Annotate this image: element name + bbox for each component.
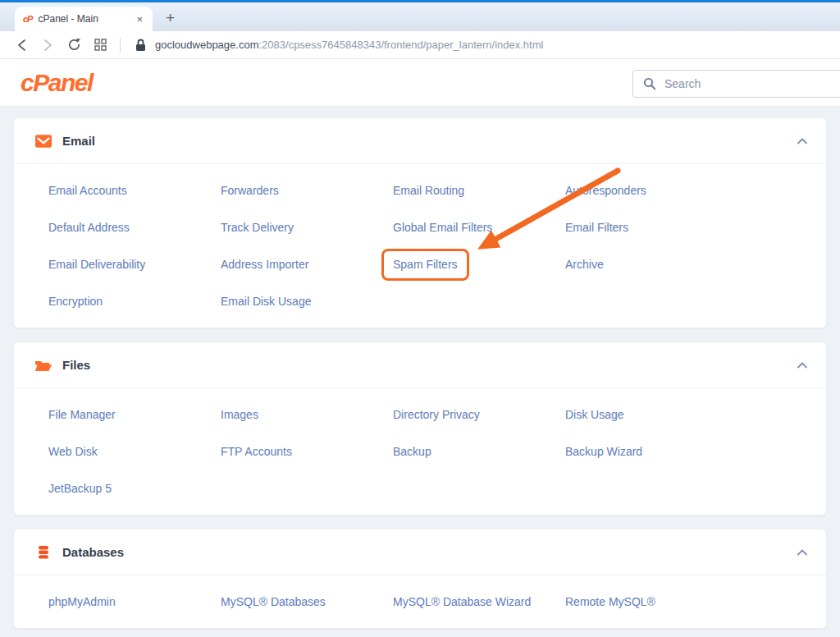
app-link-email-routing[interactable]: Email Routing (393, 182, 464, 199)
magnifier-icon (643, 77, 656, 90)
section-header[interactable]: Files (14, 342, 826, 388)
browser-tab[interactable]: cP cPanel - Main × (15, 7, 153, 31)
section-links: phpMyAdminMySQL® DatabasesMySQL® Databas… (14, 575, 826, 628)
cpanel-logo: cPanel (21, 69, 93, 97)
cpanel-favicon-icon: cP (23, 14, 32, 24)
browser-toolbar: gocloudwebpage.com:2083/cpsess7645848343… (0, 31, 840, 59)
section-card: Email Email AccountsForwardersEmail Rout… (13, 117, 827, 328)
tab-close-icon[interactable]: × (133, 11, 146, 27)
envelope-icon (35, 135, 52, 148)
app-link-images[interactable]: Images (221, 406, 258, 423)
app-link-track-delivery[interactable]: Track Delivery (221, 219, 294, 236)
section-title: Files (62, 358, 797, 372)
url-domain: gocloudwebpage.com (155, 39, 258, 51)
tab-title: cPanel - Main (38, 13, 133, 25)
app-link-ftp-accounts[interactable]: FTP Accounts (221, 443, 292, 460)
app-link-default-address[interactable]: Default Address (48, 219, 130, 236)
section-header[interactable]: Databases (14, 529, 826, 575)
back-icon[interactable] (10, 34, 33, 57)
section-title: Email (62, 134, 797, 148)
sections: Email Email AccountsForwardersEmail Rout… (0, 107, 840, 629)
app-link-email-deliverability[interactable]: Email Deliverability (48, 256, 145, 273)
app-link-address-importer[interactable]: Address Importer (221, 256, 308, 273)
app-link-email-disk-usage[interactable]: Email Disk Usage (221, 293, 311, 309)
app-link-spam-filters[interactable]: Spam Filters (393, 256, 458, 273)
section-links: File ManagerImagesDirectory PrivacyDisk … (14, 388, 826, 515)
app-link-email-filters[interactable]: Email Filters (565, 219, 628, 236)
app-link-disk-usage[interactable]: Disk Usage (565, 406, 624, 423)
chevron-up-icon[interactable] (797, 137, 808, 145)
app-link-mysql-database-wizard[interactable]: MySQL® Database Wizard (393, 593, 531, 610)
browser-tabbar: cP cPanel - Main × + (0, 2, 840, 31)
new-tab-button[interactable]: + (161, 9, 180, 27)
section-card: Files File ManagerImagesDirectory Privac… (13, 341, 827, 516)
app-link-jetbackup-5[interactable]: JetBackup 5 (48, 480, 112, 497)
toolbar-divider (120, 38, 121, 53)
app-link-mysql-databases[interactable]: MySQL® Databases (221, 593, 326, 610)
app-link-autoresponders[interactable]: Autoresponders (565, 182, 646, 199)
section-links: Email AccountsForwardersEmail RoutingAut… (14, 164, 826, 328)
app-link-forwarders[interactable]: Forwarders (221, 182, 279, 199)
app-link-remote-mysql[interactable]: Remote MySQL® (565, 593, 655, 610)
apps-grid-icon[interactable] (89, 34, 112, 57)
search-input[interactable] (664, 77, 829, 90)
site-header: cPanel (0, 59, 840, 107)
search-box[interactable] (632, 70, 840, 98)
app-link-global-email-filters[interactable]: Global Email Filters (393, 219, 492, 236)
folder-icon (35, 359, 52, 372)
app-link-backup[interactable]: Backup (393, 443, 431, 460)
app-link-directory-privacy[interactable]: Directory Privacy (393, 406, 480, 423)
forward-icon[interactable] (36, 34, 59, 57)
app-link-archive[interactable]: Archive (565, 256, 604, 273)
chevron-up-icon[interactable] (797, 361, 808, 369)
app-link-phpmyadmin[interactable]: phpMyAdmin (48, 593, 116, 610)
app-link-file-manager[interactable]: File Manager (48, 406, 116, 423)
database-icon (35, 546, 52, 559)
section-title: Databases (62, 545, 797, 559)
section-header[interactable]: Email (14, 118, 826, 164)
address-bar[interactable]: gocloudwebpage.com:2083/cpsess7645848343… (155, 39, 543, 51)
app-link-encryption[interactable]: Encryption (48, 293, 103, 309)
chevron-up-icon[interactable] (797, 548, 808, 557)
lock-icon[interactable] (129, 34, 152, 57)
app-link-email-accounts[interactable]: Email Accounts (48, 182, 127, 199)
app-link-backup-wizard[interactable]: Backup Wizard (565, 443, 642, 460)
reload-icon[interactable] (62, 34, 85, 57)
section-card: Databases phpMyAdminMySQL® DatabasesMySQ… (13, 529, 827, 629)
url-path: :2083/cpsess7645848343/frontend/paper_la… (258, 39, 543, 51)
app-link-web-disk[interactable]: Web Disk (48, 443, 98, 460)
